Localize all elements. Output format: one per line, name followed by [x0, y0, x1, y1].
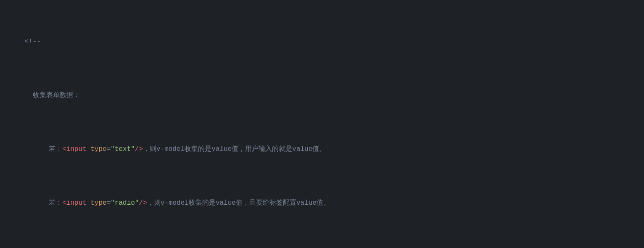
close-tag-text: />: [135, 145, 143, 153]
line-4: 若：<input type="radio"/>，则v-model收集的是valu…: [8, 187, 636, 219]
eq2: =: [107, 199, 111, 207]
line-1: <!--: [8, 26, 636, 58]
input-text-tag: <input: [62, 145, 90, 153]
input-radio-tag: <input: [62, 199, 90, 207]
text-value: "text": [111, 145, 135, 153]
if-radio-label: 若：: [49, 199, 62, 207]
eq1: =: [107, 145, 111, 153]
collect-label: 收集表单数据：: [33, 92, 80, 99]
code-block: <!-- 收集表单数据： 若：<input type="text"/>，则v-m…: [8, 4, 636, 248]
close-tag-radio: />: [139, 199, 147, 207]
radio-desc: ，则v-model收集的是value值，且要给标签配置value值。: [147, 199, 330, 207]
line-5: 若：<input type="checkbox"/>: [8, 241, 636, 248]
line-2: 收集表单数据：: [8, 79, 636, 112]
radio-value: "radio": [111, 199, 139, 207]
line-3: 若：<input type="text"/>，则v-model收集的是value…: [8, 133, 636, 166]
if-text-label: 若：: [49, 145, 62, 153]
comment-open: <!--: [24, 38, 40, 45]
type-attr-text: type: [90, 145, 106, 153]
text-desc: ，则v-model收集的是value值，用户输入的就是value值。: [143, 145, 326, 153]
type-attr-radio: type: [90, 199, 106, 207]
